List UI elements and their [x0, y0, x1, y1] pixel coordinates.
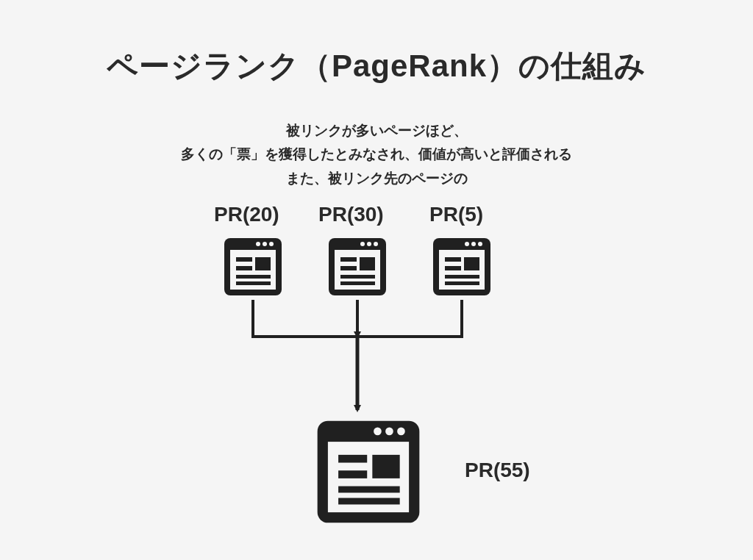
flow-arrows-icon	[0, 0, 753, 560]
